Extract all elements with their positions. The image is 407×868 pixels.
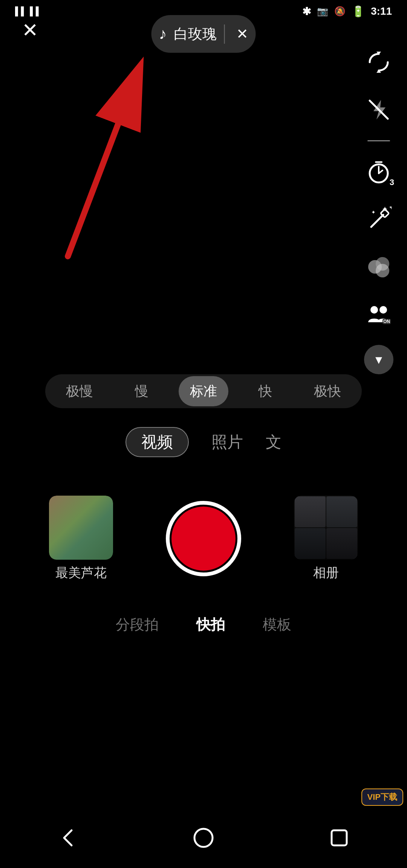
sub-tabs: 分段拍 快拍 模板 [116, 615, 291, 634]
close-icon: ✕ [22, 19, 38, 41]
bluetooth-icon: ✱ [302, 5, 311, 18]
music-title: 白玫瑰 [174, 24, 217, 44]
nav-home-button[interactable] [185, 819, 222, 857]
speed-item-very-fast[interactable]: 极快 [303, 376, 352, 406]
music-info: ♪ 白玫瑰 [159, 24, 225, 44]
toolbar-divider [367, 140, 390, 141]
bottom-controls: 最美芦花 相册 [0, 496, 407, 582]
flash-button[interactable] [362, 93, 396, 127]
silent-icon: 🔕 [334, 6, 346, 17]
album-overlay [294, 496, 358, 560]
nav-back-button[interactable] [49, 819, 87, 857]
portrait-button[interactable]: ON [362, 297, 396, 331]
flip-camera-button[interactable] [362, 45, 396, 79]
more-options-button[interactable]: ▾ [364, 345, 393, 374]
svg-point-16 [376, 264, 389, 277]
speed-selector: 极慢 慢 标准 快 极快 [45, 374, 362, 408]
svg-point-17 [370, 306, 378, 314]
svg-line-9 [371, 215, 383, 227]
vip-badge[interactable]: VIP下载 [361, 788, 403, 806]
timer-badge: 3 [390, 178, 394, 187]
camera-icon-status: 📷 [317, 6, 328, 17]
sub-tab-quick[interactable]: 快拍 [196, 615, 225, 634]
tab-video[interactable]: 视频 [125, 427, 189, 457]
gallery-item: 最美芦花 [49, 496, 113, 582]
svg-point-18 [379, 306, 387, 314]
tab-text[interactable]: 文 [266, 432, 282, 453]
music-pill[interactable]: ♪ 白玫瑰 ✕ [151, 15, 256, 53]
close-camera-button[interactable]: ✕ [15, 15, 45, 45]
record-button[interactable] [166, 501, 241, 576]
gallery-thumbnail[interactable] [49, 496, 113, 560]
svg-rect-22 [332, 830, 347, 845]
timer-button[interactable]: 3 [362, 155, 396, 189]
time-display: 3:11 [371, 5, 392, 17]
svg-text:✦: ✦ [389, 207, 392, 211]
speed-item-standard[interactable]: 标准 [179, 376, 228, 406]
record-button-inner [171, 507, 236, 571]
nav-bar [0, 808, 407, 868]
mode-tabs: 视频 照片 文 [125, 427, 282, 457]
right-toolbar: 3 ✦ ✦ ✦ ON [362, 45, 396, 374]
sub-tab-segment[interactable]: 分段拍 [116, 615, 159, 634]
gallery-label: 最美芦花 [55, 564, 107, 582]
svg-point-21 [194, 829, 213, 847]
beauty-button[interactable]: ✦ ✦ ✦ [362, 202, 396, 236]
music-close-button[interactable]: ✕ [229, 26, 248, 42]
tab-photo[interactable]: 照片 [211, 432, 243, 453]
speed-item-slow[interactable]: 慢 [124, 376, 160, 406]
svg-text:✦: ✦ [371, 209, 376, 215]
album-item: 相册 [294, 496, 358, 582]
nav-recents-button[interactable] [320, 819, 358, 857]
color-filter-button[interactable] [362, 250, 396, 284]
gallery-thumb-image [49, 496, 113, 560]
album-thumbnail[interactable] [294, 496, 358, 560]
album-label: 相册 [313, 564, 339, 582]
music-note-icon: ♪ [159, 25, 167, 43]
chevron-down-icon: ▾ [375, 352, 382, 367]
speed-item-fast[interactable]: 快 [247, 376, 283, 406]
svg-text:✦: ✦ [382, 207, 388, 213]
sub-tab-template[interactable]: 模板 [263, 615, 291, 634]
speed-item-very-slow[interactable]: 极慢 [55, 376, 104, 406]
battery-icon: 🔋 [352, 5, 365, 18]
svg-text:ON: ON [383, 319, 390, 324]
status-right-group: ✱ 📷 🔕 🔋 3:11 [302, 5, 392, 18]
